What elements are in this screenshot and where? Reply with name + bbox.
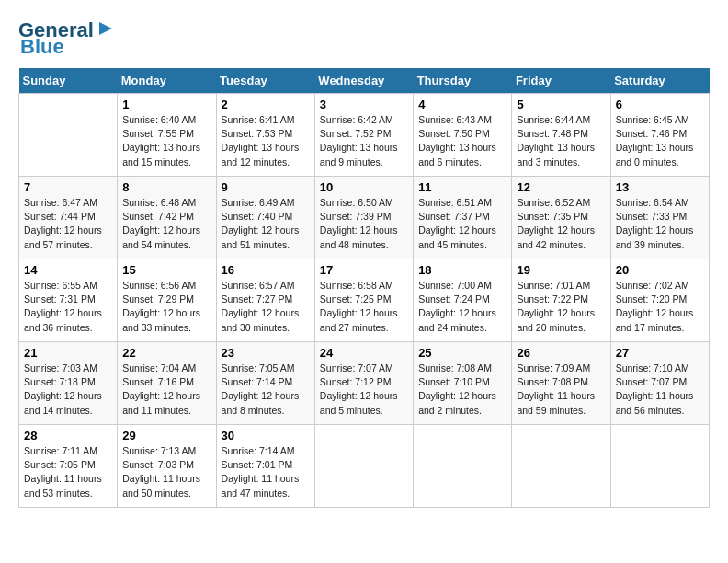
- day-number: 7: [24, 180, 112, 194]
- day-number: 22: [122, 346, 210, 360]
- day-number: 24: [320, 346, 408, 360]
- day-number: 5: [517, 98, 605, 111]
- day-info: Sunrise: 6:52 AM Sunset: 7:35 PM Dayligh…: [517, 196, 605, 252]
- calendar-cell: 30Sunrise: 7:14 AM Sunset: 7:01 PM Dayli…: [216, 425, 314, 508]
- day-number: 15: [122, 263, 210, 277]
- calendar-cell: 15Sunrise: 6:56 AM Sunset: 7:29 PM Dayli…: [118, 259, 216, 342]
- day-info: Sunrise: 7:14 AM Sunset: 7:01 PM Dayligh…: [222, 444, 310, 500]
- day-info: Sunrise: 6:45 AM Sunset: 7:46 PM Dayligh…: [616, 113, 704, 169]
- header-wednesday: Wednesday: [314, 68, 413, 94]
- day-info: Sunrise: 6:50 AM Sunset: 7:39 PM Dayligh…: [320, 196, 408, 252]
- day-info: Sunrise: 7:09 AM Sunset: 7:08 PM Dayligh…: [517, 362, 605, 418]
- day-number: 3: [320, 98, 408, 111]
- day-info: Sunrise: 6:54 AM Sunset: 7:33 PM Dayligh…: [616, 196, 704, 252]
- calendar-table: SundayMondayTuesdayWednesdayThursdayFrid…: [18, 68, 710, 508]
- day-number: 29: [122, 429, 210, 442]
- calendar-cell: 22Sunrise: 7:04 AM Sunset: 7:16 PM Dayli…: [118, 342, 216, 425]
- header-sunday: Sunday: [19, 68, 118, 94]
- day-number: 12: [517, 180, 605, 194]
- day-info: Sunrise: 6:51 AM Sunset: 7:37 PM Dayligh…: [418, 196, 506, 252]
- day-info: Sunrise: 6:44 AM Sunset: 7:48 PM Dayligh…: [517, 113, 605, 169]
- calendar-week-row: 7Sunrise: 6:47 AM Sunset: 7:44 PM Daylig…: [19, 177, 710, 259]
- day-info: Sunrise: 6:55 AM Sunset: 7:31 PM Dayligh…: [24, 279, 112, 335]
- day-number: 6: [616, 98, 704, 111]
- calendar-cell: 5Sunrise: 6:44 AM Sunset: 7:48 PM Daylig…: [512, 94, 610, 177]
- calendar-cell: 12Sunrise: 6:52 AM Sunset: 7:35 PM Dayli…: [512, 177, 610, 259]
- calendar-cell: 21Sunrise: 7:03 AM Sunset: 7:18 PM Dayli…: [19, 342, 118, 425]
- day-number: 16: [222, 263, 310, 277]
- day-info: Sunrise: 7:00 AM Sunset: 7:24 PM Dayligh…: [418, 279, 506, 335]
- day-number: 28: [24, 429, 112, 442]
- day-number: 13: [616, 180, 704, 194]
- calendar-cell: 1Sunrise: 6:40 AM Sunset: 7:55 PM Daylig…: [118, 94, 216, 177]
- calendar-cell: 19Sunrise: 7:01 AM Sunset: 7:22 PM Dayli…: [512, 259, 610, 342]
- day-number: 9: [222, 180, 310, 194]
- day-number: 25: [418, 346, 506, 360]
- calendar-week-row: 1Sunrise: 6:40 AM Sunset: 7:55 PM Daylig…: [19, 94, 710, 177]
- day-info: Sunrise: 6:49 AM Sunset: 7:40 PM Dayligh…: [222, 196, 310, 252]
- calendar-cell: 27Sunrise: 7:10 AM Sunset: 7:07 PM Dayli…: [610, 342, 709, 425]
- day-info: Sunrise: 7:05 AM Sunset: 7:14 PM Dayligh…: [222, 362, 310, 418]
- calendar-cell: [314, 425, 413, 508]
- calendar-cell: 20Sunrise: 7:02 AM Sunset: 7:20 PM Dayli…: [610, 259, 709, 342]
- day-number: 2: [222, 98, 310, 111]
- day-number: 14: [24, 263, 112, 277]
- calendar-cell: [512, 425, 610, 508]
- day-info: Sunrise: 7:10 AM Sunset: 7:07 PM Dayligh…: [616, 362, 704, 418]
- day-info: Sunrise: 6:40 AM Sunset: 7:55 PM Dayligh…: [122, 113, 210, 169]
- header-tuesday: Tuesday: [216, 68, 314, 94]
- day-number: 17: [320, 263, 408, 277]
- calendar-header-row: SundayMondayTuesdayWednesdayThursdayFrid…: [19, 68, 710, 94]
- day-info: Sunrise: 6:47 AM Sunset: 7:44 PM Dayligh…: [24, 196, 112, 252]
- day-info: Sunrise: 7:01 AM Sunset: 7:22 PM Dayligh…: [517, 279, 605, 335]
- day-info: Sunrise: 6:57 AM Sunset: 7:27 PM Dayligh…: [222, 279, 310, 335]
- calendar-cell: 11Sunrise: 6:51 AM Sunset: 7:37 PM Dayli…: [414, 177, 512, 259]
- day-info: Sunrise: 6:43 AM Sunset: 7:50 PM Dayligh…: [418, 113, 506, 169]
- calendar-cell: 24Sunrise: 7:07 AM Sunset: 7:12 PM Dayli…: [314, 342, 413, 425]
- day-number: 27: [616, 346, 704, 360]
- day-info: Sunrise: 7:04 AM Sunset: 7:16 PM Dayligh…: [122, 362, 210, 418]
- header-friday: Friday: [512, 68, 610, 94]
- calendar-cell: 6Sunrise: 6:45 AM Sunset: 7:46 PM Daylig…: [610, 94, 709, 177]
- calendar-cell: 2Sunrise: 6:41 AM Sunset: 7:53 PM Daylig…: [216, 94, 314, 177]
- day-number: 10: [320, 180, 408, 194]
- day-number: 1: [122, 98, 210, 111]
- day-number: 20: [616, 263, 704, 277]
- day-info: Sunrise: 6:48 AM Sunset: 7:42 PM Dayligh…: [122, 196, 210, 252]
- page-header: General Blue: [18, 18, 710, 59]
- day-number: 30: [222, 429, 310, 442]
- day-info: Sunrise: 6:41 AM Sunset: 7:53 PM Dayligh…: [222, 113, 310, 169]
- calendar-cell: 7Sunrise: 6:47 AM Sunset: 7:44 PM Daylig…: [19, 177, 118, 259]
- calendar-cell: 13Sunrise: 6:54 AM Sunset: 7:33 PM Dayli…: [610, 177, 709, 259]
- day-info: Sunrise: 7:08 AM Sunset: 7:10 PM Dayligh…: [418, 362, 506, 418]
- calendar-cell: 16Sunrise: 6:57 AM Sunset: 7:27 PM Dayli…: [216, 259, 314, 342]
- day-info: Sunrise: 7:07 AM Sunset: 7:12 PM Dayligh…: [320, 362, 408, 418]
- day-number: 26: [517, 346, 605, 360]
- calendar-cell: [610, 425, 709, 508]
- day-info: Sunrise: 6:56 AM Sunset: 7:29 PM Dayligh…: [122, 279, 210, 335]
- day-number: 23: [222, 346, 310, 360]
- day-info: Sunrise: 7:13 AM Sunset: 7:03 PM Dayligh…: [122, 444, 210, 500]
- calendar-cell: 17Sunrise: 6:58 AM Sunset: 7:25 PM Dayli…: [314, 259, 413, 342]
- calendar-cell: 3Sunrise: 6:42 AM Sunset: 7:52 PM Daylig…: [314, 94, 413, 177]
- calendar-cell: 10Sunrise: 6:50 AM Sunset: 7:39 PM Dayli…: [314, 177, 413, 259]
- day-number: 21: [24, 346, 112, 360]
- day-number: 19: [517, 263, 605, 277]
- calendar-cell: 14Sunrise: 6:55 AM Sunset: 7:31 PM Dayli…: [19, 259, 118, 342]
- header-saturday: Saturday: [610, 68, 709, 94]
- logo: General Blue: [18, 18, 116, 59]
- calendar-cell: 29Sunrise: 7:13 AM Sunset: 7:03 PM Dayli…: [118, 425, 216, 508]
- calendar-week-row: 14Sunrise: 6:55 AM Sunset: 7:31 PM Dayli…: [19, 259, 710, 342]
- day-info: Sunrise: 6:58 AM Sunset: 7:25 PM Dayligh…: [320, 279, 408, 335]
- day-info: Sunrise: 7:11 AM Sunset: 7:05 PM Dayligh…: [24, 444, 112, 500]
- day-number: 8: [122, 180, 210, 194]
- day-number: 4: [418, 98, 506, 111]
- day-info: Sunrise: 6:42 AM Sunset: 7:52 PM Dayligh…: [320, 113, 408, 169]
- day-info: Sunrise: 7:03 AM Sunset: 7:18 PM Dayligh…: [24, 362, 112, 418]
- calendar-cell: 18Sunrise: 7:00 AM Sunset: 7:24 PM Dayli…: [414, 259, 512, 342]
- header-thursday: Thursday: [414, 68, 512, 94]
- calendar-cell: 23Sunrise: 7:05 AM Sunset: 7:14 PM Dayli…: [216, 342, 314, 425]
- calendar-week-row: 21Sunrise: 7:03 AM Sunset: 7:18 PM Dayli…: [19, 342, 710, 425]
- day-info: Sunrise: 7:02 AM Sunset: 7:20 PM Dayligh…: [616, 279, 704, 335]
- calendar-cell: [19, 94, 118, 177]
